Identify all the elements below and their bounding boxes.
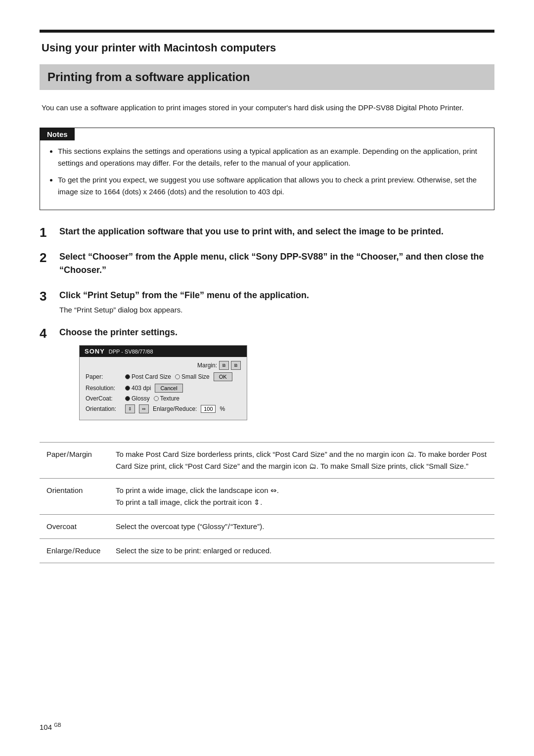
paper-controls: Post Card Size Small Size OK [125, 372, 241, 381]
ok-button[interactable]: OK [214, 372, 232, 381]
step-1-main: Start the application software that you … [59, 225, 494, 238]
margin-icon-2[interactable]: 🗎 [231, 361, 241, 370]
step-1-content: Start the application software that you … [59, 225, 494, 240]
table-label-orientation: Orientation [40, 479, 109, 515]
sony-logo: SONY [85, 348, 105, 355]
notes-item-2: To get the print you expect, we suggest … [58, 174, 486, 198]
notes-box: Notes This sections explains the setting… [40, 128, 494, 210]
table-row-paper: Paper / Margin To make Post Card Size bo… [40, 443, 494, 479]
step-2-content: Select “Chooser” from the Apple menu, cl… [59, 250, 494, 279]
overcoat-label: OverCoat: [86, 395, 125, 402]
intro-text: You can use a software application to pr… [40, 102, 494, 114]
resolution-controls: 403 dpi Cancel [125, 384, 241, 393]
margin-label: Margin: [197, 362, 217, 369]
step-3-main: Click “Print Setup” from the “File” menu… [59, 289, 494, 302]
page: Using your printer with Macintosh comput… [0, 0, 534, 756]
step-4: 4 Choose the printer settings. SONY DPP … [40, 326, 494, 432]
enlarge-label: Enlarge/Reduce: [153, 405, 197, 412]
table-row-overcoat: Overcoat Select the overcoat type (“Glos… [40, 515, 494, 539]
paper-radio-2 [175, 374, 180, 379]
table-desc-orientation: To print a wide image, click the landsca… [109, 479, 494, 515]
dialog-orientation-row: Orientation: ⇕ ⇔ Enlarge/Reduce: % [86, 404, 241, 413]
enlarge-input[interactable] [201, 405, 216, 413]
table-label-enlarge: Enlarge / Reduce [40, 539, 109, 563]
dialog-model: DPP - SV88/77/88 [109, 349, 153, 355]
resolution-label: Resolution: [86, 385, 125, 392]
step-4-number: 4 [40, 326, 59, 341]
orientation-controls: ⇕ ⇔ Enlarge/Reduce: % [125, 404, 241, 413]
dialog-margin-row: Margin: 🗎 🗎 [86, 361, 241, 370]
orientation-landscape-icon[interactable]: ⇔ [139, 404, 149, 413]
paper-option-1-label: Post Card Size [132, 373, 171, 380]
paper-option-2-label: Small Size [181, 373, 210, 380]
page-number-value: 104 [40, 723, 52, 731]
resolution-value: 403 dpi [132, 385, 151, 392]
step-3: 3 Click “Print Setup” from the “File” me… [40, 289, 494, 316]
margin-icon-1[interactable]: 🗎 [219, 361, 229, 370]
dialog-title-bar: SONY DPP - SV88/77/88 [80, 346, 247, 357]
resolution-option[interactable]: 403 dpi [125, 385, 151, 392]
notes-item-1: This sections explains the settings and … [58, 145, 486, 169]
overcoat-controls: Glossy Texture [125, 395, 241, 402]
table-label-overcoat: Overcoat [40, 515, 109, 539]
page-number: 104 GB [40, 722, 61, 731]
overcoat-radio-2 [154, 396, 159, 401]
step-2-main: Select “Chooser” from the Apple menu, cl… [59, 250, 494, 277]
paper-radio-1 [125, 374, 130, 379]
table-desc-overcoat: Select the overcoat type (“Glossy” / “Te… [109, 515, 494, 539]
section-title: Using your printer with Macintosh comput… [40, 42, 494, 54]
step-4-content: Choose the printer settings. SONY DPP - … [59, 326, 494, 432]
step-3-number: 3 [40, 289, 59, 304]
notes-content: This sections explains the settings and … [40, 140, 494, 210]
dialog-resolution-row: Resolution: 403 dpi Cancel [86, 384, 241, 393]
step-1: 1 Start the application software that yo… [40, 225, 494, 240]
notes-header: Notes [40, 128, 75, 140]
step-2: 2 Select “Chooser” from the Apple menu, … [40, 250, 494, 279]
step-2-number: 2 [40, 250, 59, 266]
enlarge-unit: % [220, 405, 225, 412]
paper-option-2[interactable]: Small Size [175, 373, 210, 380]
notes-list: This sections explains the settings and … [48, 145, 486, 198]
table-row-orientation: Orientation To print a wide image, click… [40, 479, 494, 515]
step-4-main: Choose the printer settings. [59, 326, 494, 339]
paper-option-1[interactable]: Post Card Size [125, 373, 171, 380]
top-bar [40, 30, 494, 33]
step-3-sub: The “Print Setup” dialog box appears. [59, 304, 494, 316]
step-3-content: Click “Print Setup” from the “File” menu… [59, 289, 494, 316]
orientation-portrait-icon[interactable]: ⇕ [125, 404, 135, 413]
dialog-overcoat-row: OverCoat: Glossy Texture [86, 395, 241, 402]
table-row-enlarge: Enlarge / Reduce Select the size to be p… [40, 539, 494, 563]
step-1-number: 1 [40, 225, 59, 240]
overcoat-radio-1 [125, 396, 130, 401]
orientation-label: Orientation: [86, 405, 125, 412]
settings-table-body: Paper / Margin To make Post Card Size bo… [40, 443, 494, 563]
resolution-radio [125, 386, 130, 391]
page-number-sup: GB [54, 722, 61, 728]
overcoat-option-2-label: Texture [160, 395, 179, 402]
overcoat-option-2[interactable]: Texture [154, 395, 179, 402]
overcoat-option-1[interactable]: Glossy [125, 395, 150, 402]
table-desc-paper: To make Post Card Size borderless prints… [109, 443, 494, 479]
cancel-button[interactable]: Cancel [155, 384, 182, 393]
dialog-box: SONY DPP - SV88/77/88 Margin: 🗎 🗎 Paper: [79, 345, 247, 420]
dialog-body: Margin: 🗎 🗎 Paper: Post Card Size [80, 357, 247, 420]
table-label-paper: Paper / Margin [40, 443, 109, 479]
section-heading: Printing from a software application [40, 64, 494, 90]
paper-label: Paper: [86, 373, 125, 380]
table-desc-enlarge: Select the size to be print: enlarged or… [109, 539, 494, 563]
settings-table: Paper / Margin To make Post Card Size bo… [40, 442, 494, 563]
overcoat-option-1-label: Glossy [132, 395, 150, 402]
steps-container: 1 Start the application software that yo… [40, 225, 494, 432]
dialog-paper-row: Paper: Post Card Size Small Size [86, 372, 241, 381]
